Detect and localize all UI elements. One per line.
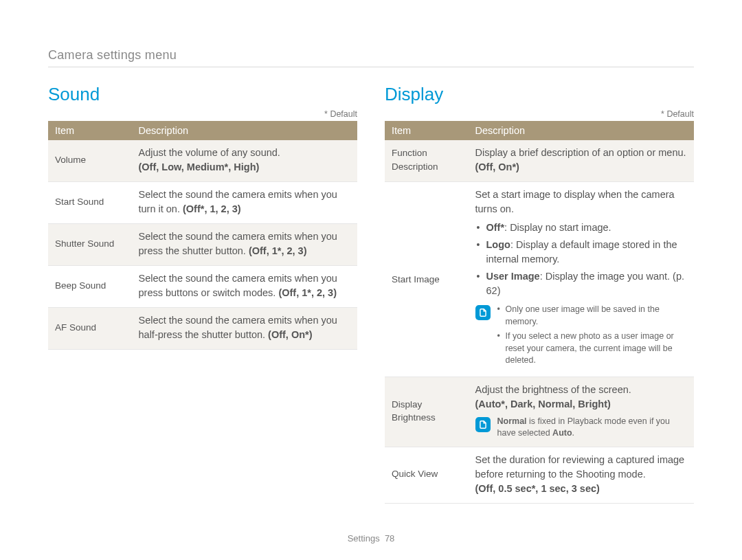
table-row: AF Sound Select the sound the camera emi… [48,308,357,350]
table-row: Beep Sound Select the sound the camera e… [48,266,357,308]
table-row: Quick View Set the duration for reviewin… [385,447,694,503]
note-box: Only one user image will be saved in the… [475,304,688,370]
table-row: Function Description Display a brief des… [385,140,694,182]
item-desc: Set the duration for reviewing a capture… [469,447,695,503]
item-label: Quick View [385,447,469,503]
note-list: Only one user image will be saved in the… [497,304,688,370]
default-note: * Default [385,109,694,119]
table-row: Shutter Sound Select the sound the camer… [48,224,357,266]
content-columns: Sound * Default Item Description Volume … [48,84,694,504]
item-desc: Adjust the brightness of the screen. (Au… [469,377,695,447]
divider [48,67,694,67]
item-label: Display Brightness [385,377,469,447]
sound-section: Sound * Default Item Description Volume … [48,84,357,504]
display-section: Display * Default Item Description Funct… [385,84,694,504]
display-heading: Display [385,84,694,105]
item-label: Beep Sound [48,266,132,308]
note-box: Normal is fixed in Playback mode even if… [475,416,688,440]
default-note: * Default [48,109,357,119]
item-desc: Select the sound the camera emits when y… [132,182,358,224]
note-text: Normal is fixed in Playback mode even if… [497,416,688,440]
note-icon [475,417,491,432]
sound-table: Item Description Volume Adjust the volum… [48,121,357,350]
sound-heading: Sound [48,84,357,105]
item-desc: Display a brief description of an option… [469,140,695,182]
col-header-item: Item [48,121,132,140]
start-image-options: Off*: Display no start image. Logo: Disp… [475,221,688,298]
table-row: Start Sound Select the sound the camera … [48,182,357,224]
table-row: Display Brightness Adjust the brightness… [385,377,694,447]
item-desc: Select the sound the camera emits when y… [132,224,358,266]
item-label: Shutter Sound [48,224,132,266]
item-label: AF Sound [48,308,132,350]
col-header-desc: Description [132,121,358,140]
item-desc: Select the sound the camera emits when y… [132,266,358,308]
breadcrumb: Camera settings menu [48,48,694,63]
display-table: Item Description Function Description Di… [385,121,694,504]
item-label: Volume [48,140,132,182]
col-header-item: Item [385,121,469,140]
col-header-desc: Description [469,121,695,140]
item-desc: Select the sound the camera emits when y… [132,308,358,350]
item-label: Function Description [385,140,469,182]
item-label: Start Sound [48,182,132,224]
note-icon [475,305,491,320]
item-desc: Set a start image to display when the ca… [469,182,695,377]
page-footer: Settings 78 [0,533,742,544]
item-desc: Adjust the volume of any sound. (Off, Lo… [132,140,358,182]
table-row: Volume Adjust the volume of any sound. (… [48,140,357,182]
table-row: Start Image Set a start image to display… [385,182,694,377]
item-label: Start Image [385,182,469,377]
